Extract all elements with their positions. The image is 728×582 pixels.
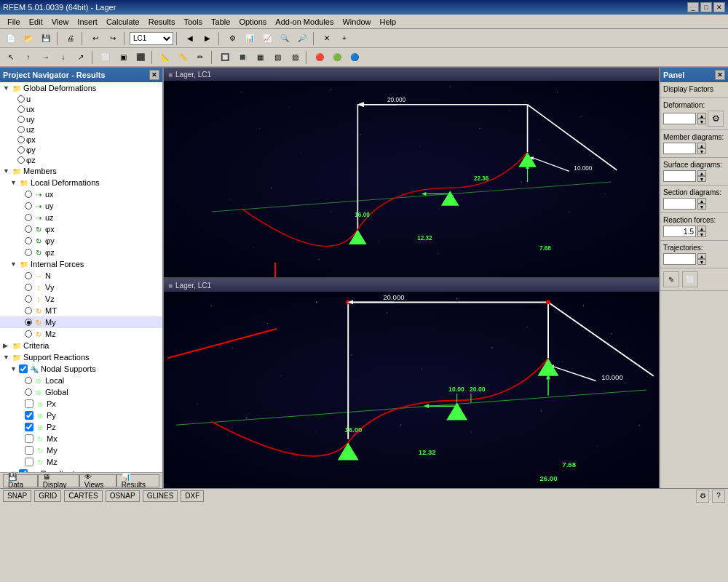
menu-insert[interactable]: Insert <box>73 16 102 28</box>
tb2-s[interactable]: 🔵 <box>347 49 363 65</box>
minimize-btn[interactable]: _ <box>687 2 699 12</box>
section-down[interactable]: ▼ <box>697 204 706 210</box>
radio[interactable] <box>25 202 32 210</box>
surface-down[interactable]: ▼ <box>697 176 706 182</box>
tree-m-uz[interactable]: ⇢ uz <box>0 212 162 223</box>
tree-ns-local[interactable]: ⊕ Local <box>0 375 162 386</box>
tree-m-uy[interactable]: ⇢ uy <box>0 200 162 212</box>
tree-Vy[interactable]: ↕ Vy <box>0 282 162 293</box>
menu-calculate[interactable]: Calculate <box>102 16 144 28</box>
tree-m-phiy[interactable]: ↻ φy <box>0 235 162 247</box>
tb2-o[interactable]: ▧ <box>269 49 285 65</box>
radio[interactable] <box>25 307 32 314</box>
menu-help[interactable]: Help <box>376 16 401 28</box>
radio[interactable] <box>25 237 32 244</box>
trajectories-input[interactable] <box>663 253 696 265</box>
snap-help-btn[interactable]: ? <box>712 490 725 503</box>
save-btn[interactable]: 💾 <box>38 31 54 47</box>
tb2-f[interactable]: ⬜ <box>98 49 114 65</box>
osnap-btn[interactable]: OSNAP <box>106 490 140 502</box>
radio-ux[interactable] <box>17 105 25 113</box>
cb-nodal[interactable] <box>19 364 28 373</box>
radio-uy[interactable] <box>17 116 25 123</box>
menu-tools[interactable]: Tools <box>179 16 207 28</box>
tree-support-reactions[interactable]: ▼ 📁 Support Reactions <box>0 351 162 363</box>
radio[interactable] <box>25 284 32 291</box>
tb2-d[interactable]: ↓ <box>55 49 71 65</box>
open-btn[interactable]: 📂 <box>20 31 36 47</box>
tb2-i[interactable]: 📐 <box>157 49 173 65</box>
tree-criteria[interactable]: ▶ 📁 Criteria <box>0 340 162 351</box>
nav-prev[interactable]: ◀ <box>182 31 198 47</box>
cb-My2[interactable] <box>25 446 33 455</box>
display-tab[interactable]: 🖥 Display <box>38 474 79 487</box>
tb2-k[interactable]: ✏ <box>192 49 208 65</box>
tree-members[interactable]: ▼ 📁 Members <box>0 165 162 177</box>
tree-area[interactable]: ▼ 📁 Global Deformations u ux uy uz <box>0 82 162 472</box>
member-diagrams-input[interactable] <box>663 143 696 154</box>
tb2-b[interactable]: ↑ <box>20 49 36 65</box>
radio-phiz[interactable] <box>17 156 25 164</box>
tree-u[interactable]: u <box>0 94 162 104</box>
menu-file[interactable]: File <box>3 16 25 28</box>
menu-view[interactable]: View <box>47 16 74 28</box>
deformation-icon-btn[interactable]: ⚙ <box>708 111 724 127</box>
tb2-e[interactable]: ↗ <box>73 49 89 65</box>
radio[interactable] <box>25 388 32 396</box>
tb2-q[interactable]: 🔴 <box>312 49 328 65</box>
tree-uz[interactable]: uz <box>0 124 162 135</box>
undo-btn[interactable]: ↩ <box>87 31 103 47</box>
dxf-btn[interactable]: DXF <box>181 490 204 502</box>
tb2-n[interactable]: ▦ <box>252 49 268 65</box>
btn-e[interactable]: 🔎 <box>294 31 310 47</box>
deformation-up[interactable]: ▲ <box>697 113 706 119</box>
tree-m-ux[interactable]: ⇢ ux <box>0 188 162 200</box>
surface-up[interactable]: ▲ <box>697 170 706 176</box>
trajectories-down[interactable]: ▼ <box>697 259 706 265</box>
reaction-down[interactable]: ▼ <box>697 231 706 237</box>
deformation-down[interactable]: ▼ <box>697 119 706 124</box>
views-tab[interactable]: 👁 Views <box>79 474 116 487</box>
radio[interactable] <box>25 226 32 233</box>
reaction-up[interactable]: ▲ <box>697 226 706 231</box>
radio[interactable] <box>25 330 32 338</box>
surface-diagrams-input[interactable] <box>663 170 696 182</box>
viewport-bottom-canvas[interactable]: 20.000 10.000 16.00 12.32 7.68 26.00 <box>164 292 659 488</box>
radio[interactable] <box>25 377 32 384</box>
btn-d[interactable]: 🔍 <box>277 31 293 47</box>
tb2-h[interactable]: ⬛ <box>132 49 149 65</box>
snap-settings-btn[interactable]: ⚙ <box>696 490 709 503</box>
tree-ns-global[interactable]: ⊕ Global <box>0 386 162 398</box>
radio-uz[interactable] <box>17 126 25 133</box>
cartes-btn[interactable]: CARTES <box>64 490 102 502</box>
menu-window[interactable]: Window <box>338 16 375 28</box>
section-up[interactable]: ▲ <box>697 198 706 204</box>
tree-MT[interactable]: ↻ MT <box>0 305 162 316</box>
copy-icon-btn[interactable]: ⬜ <box>682 271 698 287</box>
tb2-g[interactable]: ▣ <box>115 49 131 65</box>
tree-ns-Pz[interactable]: ⊕ Pz <box>0 421 162 433</box>
tree-phiy[interactable]: φy <box>0 145 162 155</box>
tree-global-deformations[interactable]: ▼ 📁 Global Deformations <box>0 82 162 94</box>
tb2-c[interactable]: → <box>38 49 54 65</box>
tree-ns-Py[interactable]: ⊕ Py <box>0 410 162 421</box>
trajectories-up[interactable]: ▲ <box>697 253 706 259</box>
tree-m-phix[interactable]: ↻ φx <box>0 223 162 235</box>
snap-btn[interactable]: SNAP <box>3 490 31 502</box>
tree-ux[interactable]: ux <box>0 104 162 114</box>
tree-Mz[interactable]: ↻ Mz <box>0 328 162 340</box>
cb-Mz2[interactable] <box>25 458 33 466</box>
glines-btn[interactable]: GLINES <box>143 490 178 502</box>
redo-btn[interactable]: ↪ <box>105 31 121 47</box>
btn-g[interactable]: + <box>336 31 352 47</box>
tree-N[interactable]: → N <box>0 270 162 282</box>
grid-btn[interactable]: GRID <box>34 490 61 502</box>
edit-icon-btn[interactable]: ✎ <box>663 271 679 287</box>
new-btn[interactable]: 📄 <box>3 31 19 47</box>
tree-ns-Mz2[interactable]: ↻ Mz <box>0 456 162 468</box>
menu-options[interactable]: Options <box>234 16 271 28</box>
tree-nodal-supports[interactable]: ▼ 🔩 Nodal Supports <box>0 363 162 375</box>
title-bar-buttons[interactable]: _ □ ✕ <box>687 2 725 12</box>
lc-combo[interactable]: LC1 <box>130 32 173 45</box>
tree-phix[interactable]: φx <box>0 135 162 145</box>
